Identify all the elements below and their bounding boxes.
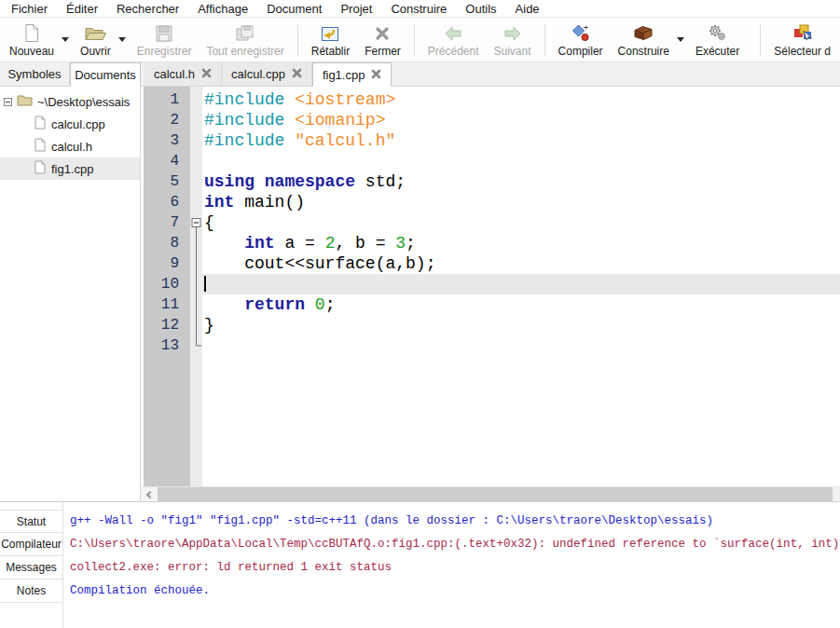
line-number: 1	[144, 89, 179, 110]
tab-symboles[interactable]: Symboles	[0, 62, 70, 86]
tab-label: calcul.cpp	[231, 67, 285, 81]
selector-icon	[793, 22, 812, 45]
fold-indicator[interactable]	[190, 87, 202, 486]
code-view[interactable]: 12345678910111213 #include <iostream>#in…	[141, 87, 840, 486]
code-token	[204, 234, 244, 253]
code-line[interactable]: #include "calcul.h"	[202, 130, 840, 151]
save-all-button-label: Tout enregistrer	[206, 45, 283, 59]
tab-compilateur[interactable]: Compilateur	[0, 533, 62, 556]
tab-notes[interactable]: Notes	[0, 580, 62, 603]
code-line[interactable]: #include <iostream>	[202, 89, 840, 110]
build-button-label: Construire	[618, 45, 669, 59]
code-line[interactable]	[202, 335, 840, 356]
horizontal-scrollbar[interactable]	[141, 486, 840, 501]
tree-item-calcul-h[interactable]: calcul.h	[0, 135, 140, 157]
code-token: {	[204, 213, 214, 232]
save-button[interactable]: Enregistrer	[130, 20, 200, 60]
code-line[interactable]: return 0;	[202, 294, 840, 315]
code-token: return	[244, 295, 305, 314]
code-token: using namespace	[204, 172, 355, 191]
code-token: <iostream>	[295, 90, 395, 109]
menu-construire[interactable]: Construire	[381, 0, 456, 17]
tab-label: calcul.h	[154, 67, 195, 81]
log-line: Compilation échouée.	[70, 580, 840, 603]
fold-margin	[190, 87, 202, 486]
menu-aide[interactable]: Aide	[506, 0, 549, 17]
previous-button[interactable]: Précédent	[420, 20, 487, 60]
sidebar-tab-group: Symboles Documents	[0, 62, 141, 86]
file-icon	[34, 116, 46, 132]
run-button[interactable]: Exécuter	[688, 20, 747, 60]
tab-statut[interactable]: Statut	[0, 510, 62, 533]
menu-rechercher[interactable]: Rechercher	[107, 0, 188, 17]
build-button[interactable]: Construire	[611, 20, 677, 60]
tree-item-calcul-cpp[interactable]: calcul.cpp	[0, 113, 140, 135]
menu-projet[interactable]: Projet	[331, 0, 381, 17]
code-line[interactable]	[202, 151, 840, 171]
tree-item-label: calcul.cpp	[51, 117, 105, 131]
code-line[interactable]: int main()	[202, 192, 840, 212]
close-file-button[interactable]: Fermer	[357, 20, 408, 60]
selector-button[interactable]: Sélecteur d	[766, 20, 838, 60]
code-line[interactable]: using namespace std;	[202, 171, 840, 192]
toolbar-separator	[760, 24, 761, 56]
tab-messages[interactable]: Messages	[0, 556, 62, 580]
tab-fig1-cpp[interactable]: fig1.cpp	[312, 62, 392, 87]
line-number: 3	[144, 130, 179, 151]
tab-close-icon[interactable]	[371, 68, 381, 82]
menu-outils[interactable]: Outils	[456, 0, 505, 17]
tree-item-label: fig1.cpp	[51, 162, 94, 176]
tree-item-fig1-cpp[interactable]: fig1.cpp	[0, 157, 140, 180]
toolbar-separator	[544, 24, 545, 56]
code-line[interactable]: {	[202, 212, 840, 233]
run-button-label: Exécuter	[695, 45, 739, 59]
open-button-label: Ouvrir	[80, 45, 111, 59]
code-line[interactable]: }	[202, 315, 840, 335]
revert-button[interactable]: Rétablir	[304, 20, 357, 60]
log-line: C:\Users\traore\AppData\Local\Temp\ccBUT…	[70, 533, 840, 556]
scrollbar-thumb[interactable]	[158, 487, 833, 501]
revert-icon	[321, 22, 339, 45]
code-token: }	[204, 316, 214, 334]
code-lines[interactable]: #include <iostream>#include <iomanip>#in…	[202, 87, 840, 486]
chevron-left-icon	[146, 490, 154, 498]
tab-close-icon[interactable]	[292, 67, 302, 81]
scroll-left-button[interactable]	[141, 487, 158, 501]
menu-fichier[interactable]: Fichier	[2, 0, 57, 17]
line-number: 9	[144, 253, 179, 274]
code-line[interactable]: int a = 2, b = 3;	[202, 233, 840, 253]
build-dropdown-arrow[interactable]	[673, 21, 688, 59]
menu-editer[interactable]: Éditer	[57, 0, 107, 17]
file-icon	[34, 160, 46, 177]
open-dropdown-arrow[interactable]	[115, 21, 130, 59]
folder-icon	[17, 94, 33, 109]
menu-affichage[interactable]: Affichage	[188, 0, 257, 17]
code-line[interactable]	[202, 274, 840, 294]
revert-button-label: Rétablir	[311, 45, 350, 59]
new-dropdown-arrow[interactable]	[58, 21, 73, 59]
code-token: #include	[204, 111, 295, 130]
tab-documents[interactable]: Documents	[70, 62, 141, 87]
open-folder-icon	[85, 22, 106, 45]
code-token: int	[244, 234, 274, 253]
new-button-label: Nouveau	[9, 45, 54, 59]
save-all-button[interactable]: Tout enregistrer	[199, 20, 291, 60]
code-token: ;	[325, 295, 336, 314]
compile-button[interactable]: Compiler	[551, 20, 611, 60]
menu-document[interactable]: Document	[257, 0, 331, 17]
open-button[interactable]: Ouvrir	[73, 20, 118, 60]
tab-calcul-h[interactable]: calcul.h	[145, 62, 222, 86]
next-button[interactable]: Suivant	[487, 20, 539, 60]
toolbar-separator	[297, 24, 298, 56]
code-line[interactable]: #include <iomanip>	[202, 110, 840, 130]
tab-label: fig1.cpp	[323, 68, 365, 82]
tree-root-folder[interactable]: ~\Desktop\essais	[0, 90, 140, 113]
tab-calcul-cpp[interactable]: calcul.cpp	[222, 62, 312, 86]
toolbar-separator	[414, 24, 415, 56]
tab-close-icon[interactable]	[201, 67, 212, 81]
expand-collapse-icon[interactable]	[4, 98, 12, 106]
new-button[interactable]: Nouveau	[2, 20, 62, 60]
code-line[interactable]: cout<<surface(a,b);	[202, 253, 840, 274]
build-log[interactable]: g++ -Wall -o "fig1" "fig1.cpp" -std=c++1…	[63, 502, 840, 628]
code-token	[204, 295, 244, 314]
